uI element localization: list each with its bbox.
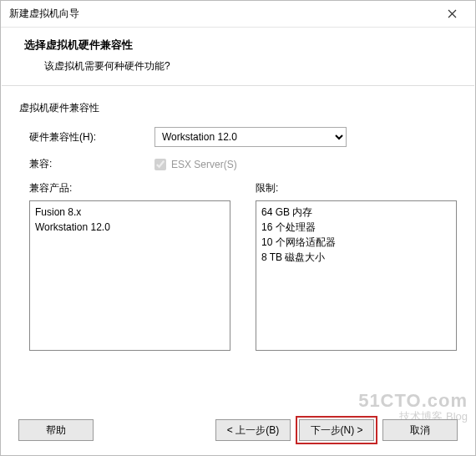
section-legend: 虚拟机硬件兼容性 — [19, 101, 457, 115]
esx-checkbox — [154, 159, 166, 170]
limits-label: 限制: — [256, 181, 457, 195]
esx-label: ESX Server(S) — [171, 159, 237, 170]
products-listbox[interactable]: Fusion 8.x Workstation 12.0 — [29, 200, 230, 351]
list-item: 8 TB 磁盘大小 — [261, 250, 451, 265]
list-item: 64 GB 内存 — [261, 205, 451, 220]
list-item: Workstation 12.0 — [35, 220, 225, 235]
button-bar: 帮助 < 上一步(B) 下一步(N) > 取消 — [0, 416, 476, 444]
hw-compat-row: 硬件兼容性(H): Workstation 12.0 — [19, 127, 457, 147]
page-title: 选择虚拟机硬件兼容性 — [24, 38, 463, 53]
list-item: Fusion 8.x — [35, 205, 225, 220]
cancel-button[interactable]: 取消 — [382, 419, 458, 441]
next-button[interactable]: 下一步(N) > — [299, 419, 374, 441]
wizard-window: 新建虚拟机向导 选择虚拟机硬件兼容性 该虚拟机需要何种硬件功能? 虚拟机硬件兼容… — [0, 0, 476, 456]
products-label: 兼容产品: — [29, 181, 230, 195]
help-button[interactable]: 帮助 — [18, 419, 94, 441]
right-buttons: < 上一步(B) 下一步(N) > 取消 — [215, 416, 458, 444]
limits-column: 限制: 64 GB 内存 16 个处理器 10 个网络适配器 8 TB 磁盘大小 — [256, 181, 457, 351]
wizard-header: 选择虚拟机硬件兼容性 该虚拟机需要何种硬件功能? — [1, 28, 475, 85]
window-title: 新建虚拟机向导 — [9, 7, 79, 21]
content-area: 虚拟机硬件兼容性 硬件兼容性(H): Workstation 12.0 兼容: … — [1, 86, 475, 359]
compat-label: 兼容: — [29, 157, 154, 171]
products-column: 兼容产品: Fusion 8.x Workstation 12.0 — [29, 181, 230, 351]
close-icon — [448, 9, 457, 18]
hw-compat-label: 硬件兼容性(H): — [29, 130, 154, 144]
compat-row: 兼容: ESX Server(S) — [19, 157, 457, 171]
back-button[interactable]: < 上一步(B) — [215, 419, 291, 441]
titlebar: 新建虚拟机向导 — [1, 1, 475, 28]
lists-row: 兼容产品: Fusion 8.x Workstation 12.0 限制: 64… — [19, 181, 457, 351]
list-item: 16 个处理器 — [261, 220, 451, 235]
limits-listbox[interactable]: 64 GB 内存 16 个处理器 10 个网络适配器 8 TB 磁盘大小 — [256, 200, 457, 351]
close-button[interactable] — [435, 3, 468, 26]
list-item: 10 个网络适配器 — [261, 235, 451, 250]
hw-compat-select[interactable]: Workstation 12.0 — [154, 127, 347, 147]
page-subtitle: 该虚拟机需要何种硬件功能? — [24, 59, 463, 73]
watermark-line1: 51CTO.com — [358, 391, 468, 411]
next-highlight: 下一步(N) > — [296, 416, 377, 444]
